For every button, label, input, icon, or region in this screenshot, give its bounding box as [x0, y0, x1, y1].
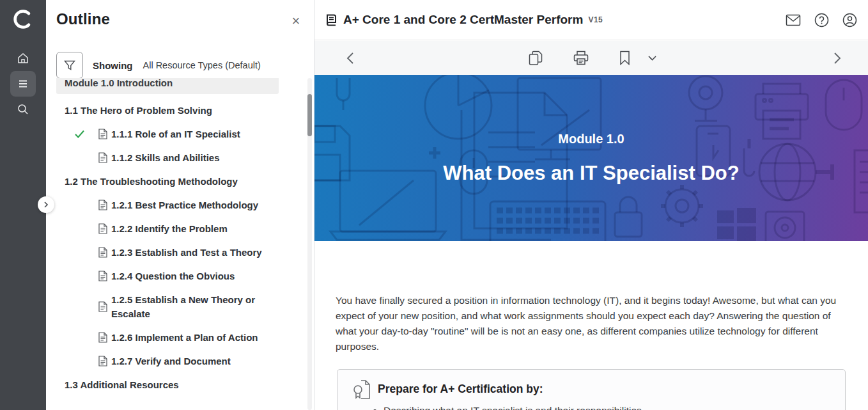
- document-icon: [98, 129, 107, 139]
- lesson-content: You have finally secured a position in i…: [314, 241, 868, 410]
- filter-value[interactable]: All Resource Types (Default): [143, 60, 261, 70]
- document-icon: [98, 332, 107, 343]
- outline-list: Module 1.0 Introduction 1.1 The Hero of …: [56, 78, 305, 410]
- outline-item-label: 1.2.2 Identify the Problem: [111, 223, 228, 234]
- search-icon: [17, 103, 29, 116]
- outline-item-label: 1.2.3 Establish and Test a Theory: [111, 247, 262, 258]
- main-content: A+ Core 1 and Core 2 CertMaster Perform …: [314, 0, 868, 410]
- outline-item-label: 1.1.1 Role of an IT Specialist: [111, 129, 240, 139]
- callout-heading: Prepare for A+ Certification by:: [378, 382, 543, 396]
- outline-row-1-1[interactable]: 1.1 The Hero of Problem Solving: [56, 104, 305, 118]
- course-title: A+ Core 1 and Core 2 CertMaster Perform: [343, 13, 583, 27]
- reader-toolbar: [314, 41, 868, 75]
- funnel-icon: [63, 59, 76, 72]
- certificate-icon: [353, 379, 371, 400]
- outline-panel: Outline × Showing All Resource Types (De…: [46, 0, 314, 410]
- next-page-button[interactable]: [827, 41, 848, 75]
- outline-row-1-2[interactable]: 1.2 The Troubleshooting Methodology: [56, 175, 305, 189]
- document-icon: [98, 271, 107, 281]
- back-chevron-icon: [346, 52, 354, 64]
- callout-bullet: Describing what an IT specialist is and …: [384, 405, 642, 410]
- book-icon: [325, 13, 337, 27]
- account-button[interactable]: [841, 12, 858, 29]
- previous-page-button[interactable]: [340, 41, 360, 75]
- document-icon: [98, 301, 107, 312]
- comptia-logo[interactable]: [10, 6, 36, 32]
- document-icon: [98, 152, 107, 163]
- document-icon: [98, 356, 107, 367]
- outline-item-label: 1.1.2 Skills and Abilities: [111, 152, 220, 163]
- document-icon: [98, 247, 107, 258]
- filter-showing-label: Showing: [93, 60, 133, 71]
- outline-row-1-1-1[interactable]: 1.1.1 Role of an IT Specialist: [56, 127, 267, 141]
- outline-scrollbar-thumb[interactable]: [307, 94, 312, 136]
- account-icon: [842, 13, 857, 28]
- banner-tech-pattern: [314, 75, 868, 241]
- outline-row-1-2-4[interactable]: 1.2.4 Question the Obvious: [56, 269, 267, 283]
- outline-row-1-3[interactable]: 1.3 Additional Resources: [56, 378, 305, 392]
- menu-icon: [17, 77, 29, 90]
- bookmark-icon: [619, 51, 630, 65]
- callout-bullet-list: Describing what an IT specialist is and …: [384, 405, 642, 410]
- mail-button[interactable]: [785, 12, 802, 29]
- filter-button[interactable]: [56, 52, 83, 79]
- print-icon: [573, 51, 589, 65]
- outline-item-label: 1.2.4 Question the Obvious: [111, 271, 235, 281]
- copy-button[interactable]: [525, 41, 546, 75]
- comptia-c-icon: [12, 8, 34, 30]
- close-icon[interactable]: ×: [288, 14, 304, 29]
- completed-check-icon: [74, 129, 85, 139]
- document-icon: [98, 200, 107, 210]
- course-version: V15: [588, 15, 603, 24]
- outline-row-1-2-2[interactable]: 1.2.2 Identify the Problem: [56, 222, 267, 236]
- search-button[interactable]: [10, 97, 36, 122]
- document-icon: [98, 223, 107, 234]
- outline-row-1-2-1[interactable]: 1.2.1 Best Practice Methodology: [56, 198, 267, 212]
- bookmark-dropdown-button[interactable]: [644, 41, 660, 75]
- print-button[interactable]: [570, 41, 592, 75]
- title-bar: A+ Core 1 and Core 2 CertMaster Perform …: [314, 0, 868, 40]
- banner-module-label: Module 1.0: [558, 132, 624, 146]
- outline-row-1-2-7[interactable]: 1.2.7 Verify and Document: [56, 354, 267, 368]
- filter-row: Showing All Resource Types (Default): [56, 52, 261, 79]
- home-button[interactable]: [10, 45, 36, 71]
- app-window: Outline × Showing All Resource Types (De…: [0, 0, 868, 410]
- panel-collapse-toggle[interactable]: [38, 196, 54, 213]
- outline-item-label: 1.2.7 Verify and Document: [111, 356, 231, 367]
- outline-row-1-2-6[interactable]: 1.2.6 Implement a Plan of Action: [56, 331, 267, 345]
- outline-title: Outline: [56, 10, 110, 28]
- outline-item-label: 1.2.5 Establish a New Theory or Escalate: [111, 294, 255, 319]
- certification-callout: Prepare for A+ Certification by: Describ…: [337, 369, 846, 410]
- outline-button[interactable]: [10, 71, 36, 97]
- home-icon: [17, 52, 29, 65]
- copy-icon: [529, 51, 543, 66]
- outline-row-1-1-2[interactable]: 1.1.2 Skills and Abilities: [56, 151, 267, 165]
- help-icon: [814, 13, 829, 28]
- outline-item-label: 1.2.6 Implement a Plan of Action: [111, 332, 258, 343]
- mail-icon: [786, 14, 801, 26]
- lesson-paragraph: You have finally secured a position in i…: [336, 293, 846, 354]
- outline-row-module-1-0[interactable]: Module 1.0 Introduction: [56, 78, 279, 94]
- help-button[interactable]: [813, 12, 830, 29]
- chevron-down-icon: [648, 56, 656, 61]
- chevron-right-icon: [43, 201, 49, 208]
- outline-row-1-2-5[interactable]: 1.2.5 Establish a New Theory or Escalate: [56, 293, 267, 321]
- bookmark-button[interactable]: [616, 41, 633, 75]
- outline-row-1-2-3[interactable]: 1.2.3 Establish and Test a Theory: [56, 246, 267, 260]
- outline-item-label: 1.2.1 Best Practice Methodology: [111, 200, 258, 210]
- module-banner: Module 1.0 What Does an IT Specialist Do…: [314, 75, 868, 241]
- banner-title: What Does an IT Specialist Do?: [443, 162, 739, 185]
- forward-chevron-icon: [833, 52, 841, 64]
